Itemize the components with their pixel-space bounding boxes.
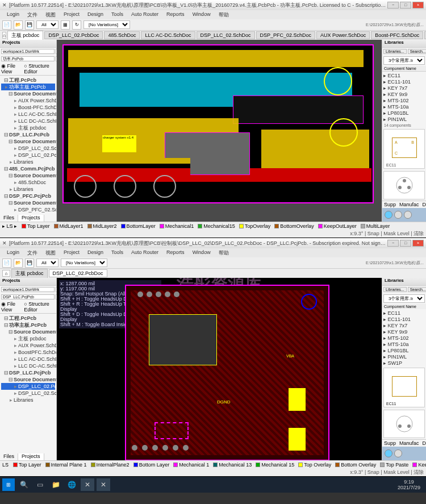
project-tree[interactable]: ⊟工程.PcPcb⊟功率主板.PcPcb⊟Source Documents▸主板…	[0, 314, 56, 453]
tree-node[interactable]: ▸Libraries	[1, 186, 55, 193]
view-3d-icon[interactable]	[385, 211, 392, 219]
tree-node[interactable]: ▸DSP_LLC_02.SchDoc	[1, 390, 55, 397]
component-item[interactable]: ▸ KEY 7x7	[383, 323, 425, 329]
tree-node[interactable]: ▸LLC DC-AC.SchDoc	[1, 118, 55, 124]
tree-node[interactable]: ⊟Source Documents	[1, 376, 55, 383]
component-item[interactable]: ▸ LP801BL	[383, 348, 425, 354]
component-list[interactable]: ▸ EC11▸ EC11-101▸ KEY 7x7▸ KEY 9x9▸ MTS-…	[382, 309, 426, 366]
tree-node[interactable]: ▸Libraries	[1, 159, 55, 165]
home-icon[interactable]: ⌂	[2, 270, 10, 277]
tab[interactable]: DSP_LLC_02.SchDoc	[197, 31, 255, 39]
tree-node[interactable]: ▸DSP_PFC_02.SchDoc	[1, 206, 55, 213]
clock[interactable]: 9:192021/7/29	[394, 479, 424, 490]
layer-tab[interactable]: Top Overlay	[296, 462, 333, 468]
tab[interactable]: AUX Power.SchDoc	[316, 31, 370, 39]
tab[interactable]: LLC AC-DC.SchDoc	[141, 31, 195, 39]
menu-window[interactable]: Window	[189, 248, 214, 257]
menu-tools[interactable]: Tools	[108, 10, 127, 19]
tree-node[interactable]: ⊟工程.PcPcb	[1, 77, 55, 84]
tree-node[interactable]: ▸Libraries	[1, 397, 55, 403]
tab[interactable]: Boost-PFC.SchDoc	[371, 31, 423, 39]
component-item[interactable]: ▸ PIN1WL	[383, 354, 425, 360]
component-item[interactable]: ▸ EC11-101	[383, 316, 425, 323]
filter-select[interactable]: All	[36, 259, 59, 267]
library-select[interactable]: 3个常用库.IntLib	[383, 56, 425, 65]
tree-node[interactable]: ▸DSP_LLC_02.PcbDoc	[1, 152, 55, 159]
open-icon[interactable]: 📂	[14, 259, 23, 268]
workspace-input[interactable]	[1, 49, 55, 54]
menu-file[interactable]: 文件	[24, 248, 41, 257]
layer-tab[interactable]: MidLayer2	[86, 223, 119, 229]
menu-project[interactable]: Project	[60, 10, 83, 19]
lib-btn[interactable]: Libraries...	[383, 287, 407, 292]
structure-tab[interactable]: ○ Structure Editor	[24, 63, 55, 74]
search-icon[interactable]: 🔍	[17, 478, 31, 491]
menu-login[interactable]: Login	[3, 248, 23, 257]
files-tab[interactable]: Files	[0, 453, 18, 460]
tree-node[interactable]: ▸DSP_LLC_02.PcbDoc	[1, 383, 55, 390]
toolbar-btn[interactable]: ▦	[61, 20, 70, 30]
tree-node[interactable]: ▸AUX Power.SchDoc	[1, 97, 55, 104]
tree-node[interactable]: ▸LLC AC-DC.SchDoc	[1, 356, 55, 363]
view-3d-icon[interactable]	[385, 449, 392, 457]
project-tree[interactable]: ⊟工程.PcPcb▸功率主板.PcPcb⊟Source Documents▸AU…	[0, 76, 56, 215]
fptab[interactable]: Supp	[382, 440, 398, 447]
tree-node[interactable]: ⊟Source Documents	[1, 172, 55, 179]
tree-node[interactable]: ⊟DSP_LLC.PcjPcb	[1, 369, 55, 376]
variations-select[interactable]: [No Variations]	[83, 20, 130, 29]
layer-tab[interactable]: Bottom Overlay	[333, 462, 378, 468]
tree-node[interactable]: ▸BoostPFC.SchDoc	[1, 349, 55, 356]
new-icon[interactable]: 📄	[2, 259, 11, 268]
component-item[interactable]: ▸ KEY 9x9	[383, 91, 425, 98]
fptab[interactable]: Descript	[421, 440, 426, 447]
open-icon[interactable]: 📂	[14, 20, 23, 30]
fptab[interactable]: Manufac	[398, 440, 421, 447]
layer-tab[interactable]: Top Layer	[11, 462, 43, 468]
files-tab[interactable]: Files	[0, 215, 18, 222]
minimize-button[interactable]: −	[387, 2, 399, 9]
tree-node[interactable]: ⊟工程.PcPcb	[1, 315, 55, 322]
layer-tab[interactable]: Mechanical15	[196, 223, 237, 229]
layer-tab[interactable]: BottomLayer	[119, 223, 157, 229]
component-item[interactable]: ▸ SW1P	[383, 360, 425, 366]
explorer-icon[interactable]: 📁	[49, 478, 62, 491]
tree-node[interactable]: ⊟485_Comm.PcjPcb	[1, 165, 55, 172]
save-icon[interactable]: 💾	[25, 20, 34, 30]
maximize-button[interactable]: □	[400, 240, 411, 247]
minimize-button[interactable]: −	[387, 240, 399, 247]
toolbar-btn[interactable]: ↻	[72, 20, 81, 30]
layer-tab[interactable]: TopOverlay	[237, 223, 273, 229]
search-button[interactable]: Search...	[408, 287, 426, 292]
menu-help[interactable]: 帮助	[215, 10, 232, 19]
layer-tab[interactable]: KeepOutLayer	[411, 462, 426, 468]
layer-tab[interactable]: Mechanical 1	[172, 462, 211, 468]
layer-tab[interactable]: Mechanical 13	[211, 462, 253, 468]
component-item[interactable]: ▸ PIN1WL	[383, 116, 425, 123]
view-btn[interactable]	[394, 211, 402, 219]
layer-tab[interactable]: MultiLayer	[359, 223, 392, 229]
close-button[interactable]: ×	[412, 2, 424, 9]
project-input[interactable]	[1, 294, 55, 299]
tree-node[interactable]: ▸LLC DC-AC.SchDoc	[1, 363, 55, 369]
tree-node[interactable]: ▸485.SchDoc	[1, 179, 55, 186]
structure-tab[interactable]: ○ Structure Editor	[24, 301, 55, 313]
menu-autoroute[interactable]: Auto Router	[128, 248, 162, 257]
app-icon[interactable]: ✕	[97, 478, 110, 491]
tree-node[interactable]: ▸主板 pcbdoc	[1, 335, 55, 342]
new-icon[interactable]: 📄	[2, 20, 11, 30]
menu-view[interactable]: 视图	[42, 248, 59, 257]
close-button[interactable]: ×	[412, 240, 424, 247]
home-icon[interactable]: ⌂	[2, 32, 6, 39]
tree-node[interactable]: ▸DSP_LLC_02.SchDoc	[1, 145, 55, 152]
component-list[interactable]: ▸ EC11▸ EC11-101▸ KEY 7x7▸ KEY 9x9▸ MTS-…	[382, 72, 426, 123]
layer-tab[interactable]: Bottom Layer	[132, 462, 172, 468]
tree-node[interactable]: ⊟Source Documents	[1, 328, 55, 335]
tree-node[interactable]: ▸LLC AC-DC.SchDoc	[1, 111, 55, 118]
layer-tab[interactable]: Mechanical1	[158, 223, 196, 229]
projects-tab[interactable]: Projects	[18, 215, 44, 222]
menu-view[interactable]: 视图	[42, 10, 59, 19]
fptab[interactable]: Supp	[382, 201, 398, 208]
tree-node[interactable]: ⊟Source Documents	[1, 90, 55, 97]
component-item[interactable]: ▸ MTS-102	[383, 335, 425, 341]
projects-tab[interactable]: Projects	[18, 453, 44, 460]
